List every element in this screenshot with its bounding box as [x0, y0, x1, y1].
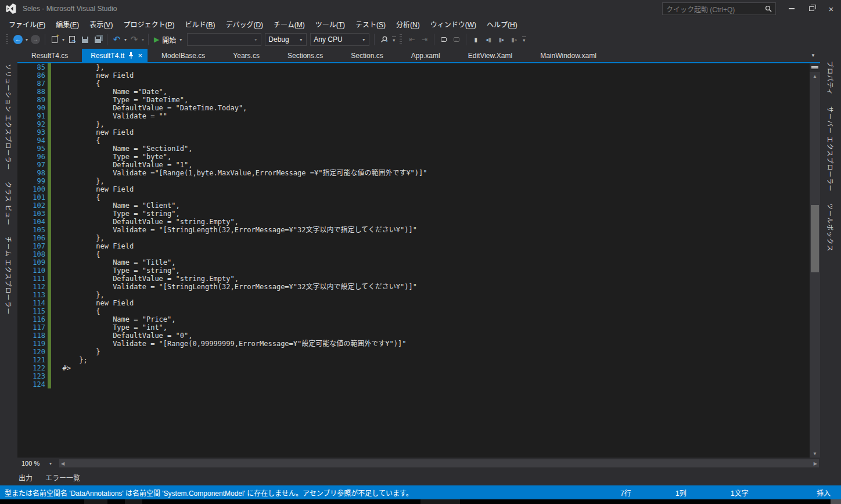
- code-line[interactable]: 88 Name ="Date",: [17, 88, 810, 96]
- line-number[interactable]: 117: [17, 323, 48, 332]
- previous-bookmark-button[interactable]: ◂▮: [482, 33, 495, 46]
- code-text[interactable]: },: [51, 177, 105, 185]
- code-text[interactable]: new Field: [51, 242, 134, 250]
- solution-configuration-combobox[interactable]: Debug ▾: [265, 33, 307, 46]
- code-line[interactable]: 112 Validate = "[StringLength(32,ErrorMe…: [17, 283, 810, 291]
- line-number[interactable]: 115: [17, 307, 48, 315]
- menu-item[interactable]: 編集(E): [51, 17, 84, 31]
- code-text[interactable]: Name = "Price",: [51, 315, 176, 323]
- save-button[interactable]: [78, 33, 91, 46]
- scroll-left-arrow[interactable]: ◀: [61, 461, 64, 466]
- code-text[interactable]: Name = "SectionId",: [51, 145, 192, 153]
- navigate-back-dropdown[interactable]: ▾: [24, 37, 29, 42]
- code-line[interactable]: 115 {: [17, 307, 810, 315]
- code-line[interactable]: 107 new Field: [17, 242, 810, 250]
- line-number[interactable]: 121: [17, 356, 48, 364]
- code-text[interactable]: Type = "string",: [51, 210, 180, 218]
- menu-item[interactable]: プロジェクト(P): [118, 17, 179, 31]
- code-text[interactable]: DefaultValue = "1",: [51, 161, 192, 169]
- code-text[interactable]: {: [51, 80, 100, 88]
- right-tool-tab[interactable]: プロパティ: [826, 61, 835, 95]
- menu-item[interactable]: ビルド(B): [179, 17, 220, 31]
- search-icon[interactable]: [765, 5, 772, 12]
- code-line[interactable]: 92 },: [17, 120, 810, 128]
- undo-dropdown[interactable]: ▾: [123, 37, 128, 42]
- code-line[interactable]: 94 {: [17, 136, 810, 145]
- toggle-bookmark-button[interactable]: ▮: [469, 33, 482, 46]
- document-tab-Years.cs[interactable]: Years.cs: [219, 49, 274, 62]
- code-text[interactable]: },: [51, 234, 105, 242]
- line-number[interactable]: 90: [17, 104, 48, 112]
- line-number[interactable]: 94: [17, 136, 48, 145]
- left-tool-tab[interactable]: クラス ビュー: [4, 182, 13, 226]
- code-line[interactable]: 91 Validate = "": [17, 112, 810, 120]
- vertical-scrollbar-thumb[interactable]: [811, 205, 819, 272]
- code-text[interactable]: Validate ="[Range(1,byte.MaxValue,ErrorM…: [51, 169, 427, 177]
- code-line[interactable]: 122 #>: [17, 364, 810, 372]
- code-text[interactable]: {: [51, 193, 100, 201]
- code-text[interactable]: new Field: [51, 128, 134, 136]
- uncomment-button[interactable]: [450, 33, 463, 46]
- document-tab-Section.cs[interactable]: Section.cs: [337, 49, 397, 62]
- code-text[interactable]: Type = "byte",: [51, 153, 171, 161]
- code-line[interactable]: 97 DefaultValue = "1",: [17, 161, 810, 169]
- code-line[interactable]: 98 Validate ="[Range(1,byte.MaxValue,Err…: [17, 169, 810, 177]
- line-number[interactable]: 110: [17, 267, 48, 275]
- line-number[interactable]: 101: [17, 193, 48, 201]
- code-line[interactable]: 114 new Field: [17, 299, 810, 307]
- menu-item[interactable]: 表示(V): [84, 17, 118, 31]
- next-bookmark-button[interactable]: ▮▸: [495, 33, 508, 46]
- code-line[interactable]: 118 DefaultValue = "0",: [17, 332, 810, 340]
- redo-button[interactable]: ↷: [128, 33, 141, 46]
- save-all-button[interactable]: [91, 33, 104, 46]
- code-editor[interactable]: 85 },86 new Field87 {88 Name ="Date",89 …: [17, 62, 820, 458]
- start-debug-button[interactable]: ▶ 開始 ▾: [152, 33, 185, 46]
- code-line[interactable]: 117 Type = "int",: [17, 323, 810, 332]
- document-tab-MainWindow.xaml[interactable]: MainWindow.xaml: [526, 49, 610, 62]
- line-number[interactable]: 120: [17, 348, 48, 356]
- open-file-button[interactable]: [66, 33, 78, 46]
- code-line[interactable]: 120 }: [17, 348, 810, 356]
- code-line[interactable]: 104 DefaultValue = "string.Empty",: [17, 218, 810, 226]
- code-line[interactable]: 89 Type = "DateTime",: [17, 96, 810, 104]
- vertical-scrollbar[interactable]: ▲ ▼: [810, 63, 820, 458]
- left-tool-tab[interactable]: チーム エクスプローラー: [4, 236, 13, 315]
- code-text[interactable]: new Field: [51, 299, 134, 307]
- scroll-right-arrow[interactable]: ▶: [814, 461, 817, 466]
- document-tab-ResultT4.cs[interactable]: ResultT4.cs: [17, 49, 82, 62]
- new-file-dropdown[interactable]: ▾: [61, 37, 66, 42]
- code-line[interactable]: 100 new Field: [17, 185, 810, 193]
- code-text[interactable]: Name = "Title",: [51, 258, 176, 267]
- menu-item[interactable]: テスト(S): [350, 17, 391, 31]
- navigate-back-button[interactable]: ←: [12, 33, 24, 46]
- line-number[interactable]: 122: [17, 364, 48, 372]
- code-line[interactable]: 109 Name = "Title",: [17, 258, 810, 267]
- line-number[interactable]: 116: [17, 315, 48, 323]
- code-line[interactable]: 101 {: [17, 193, 810, 201]
- code-text[interactable]: Validate = "[StringLength(32,ErrorMessag…: [51, 226, 417, 234]
- redo-dropdown[interactable]: ▾: [141, 37, 145, 42]
- menu-item[interactable]: デバッグ(D): [220, 17, 268, 31]
- tab-list-dropdown[interactable]: ▼: [806, 53, 820, 58]
- indent-increase-button[interactable]: ⇥: [418, 33, 431, 46]
- panel-tab-エラー一覧[interactable]: エラー一覧: [45, 473, 80, 483]
- line-number[interactable]: 119: [17, 340, 48, 348]
- menu-item[interactable]: 分析(N): [391, 17, 425, 31]
- new-file-button[interactable]: [48, 33, 61, 46]
- line-number[interactable]: 91: [17, 112, 48, 120]
- code-text[interactable]: DefaultValue = "0",: [51, 332, 192, 340]
- line-number[interactable]: 88: [17, 88, 48, 96]
- scroll-down-arrow[interactable]: ▼: [810, 449, 820, 458]
- toolbar-overflow-button[interactable]: ▾: [522, 37, 526, 43]
- menu-item[interactable]: ヘルプ(H): [481, 17, 523, 31]
- scroll-up-arrow[interactable]: ▲: [810, 72, 820, 80]
- code-text[interactable]: DefaultValue = "string.Empty",: [51, 275, 239, 283]
- line-number[interactable]: 100: [17, 185, 48, 193]
- code-line[interactable]: 102 Name = "Client",: [17, 201, 810, 210]
- code-line[interactable]: 93 new Field: [17, 128, 810, 136]
- code-line[interactable]: 96 Type = "byte",: [17, 153, 810, 161]
- code-line[interactable]: 105 Validate = "[StringLength(32,ErrorMe…: [17, 226, 810, 234]
- code-line[interactable]: 85 },: [17, 63, 810, 71]
- code-line[interactable]: 111 DefaultValue = "string.Empty",: [17, 275, 810, 283]
- restore-button[interactable]: [802, 0, 821, 17]
